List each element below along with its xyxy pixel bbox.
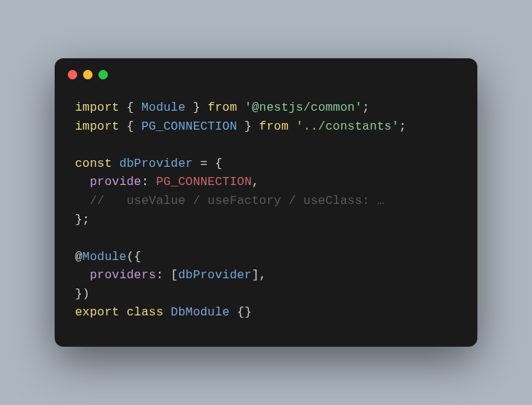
code-token: // useValue / useFactory / useClass: … [90,194,384,208]
code-token [289,119,296,133]
code-token: ; [362,101,369,114]
code-token: import [75,101,120,114]
code-token [75,268,90,282]
code-token: ; [399,119,407,133]
code-token: } [237,119,259,133]
code-token: '../constants' [296,119,399,133]
code-token: '@nestjs/common' [244,101,362,114]
code-token: = { [193,157,222,170]
code-token: DbModule [171,305,230,319]
code-line: const dbProvider = { [75,154,457,173]
window-titlebar [55,58,477,85]
code-token: , [251,175,259,189]
code-line: @Module({ [75,248,457,267]
code-token: ], [251,268,266,282]
code-line: }; [75,211,457,229]
code-token: import [75,119,120,133]
code-token: : [141,175,156,189]
code-token: PG_CONNECTION [156,175,251,189]
code-token: class [127,305,164,319]
code-line: // useValue / useFactory / useClass: … [75,192,457,211]
code-token: from [259,119,289,133]
code-token: { [120,101,141,114]
code-token [75,194,90,208]
code-token: {} [230,305,251,319]
code-line [75,229,457,248]
code-token [75,175,90,189]
code-token: { [120,119,141,133]
code-line: import { Module } from '@nestjs/common'; [75,98,457,117]
code-token: }) [75,287,90,301]
code-token: from [208,101,237,114]
code-line: provide: PG_CONNECTION, [75,173,457,192]
code-token: dbProvider [120,157,193,170]
code-line [75,135,457,154]
maximize-icon[interactable] [98,70,108,79]
code-token: providers [90,268,156,282]
code-line: }) [75,285,457,304]
code-token: } [186,101,208,114]
code-token: : [ [156,268,178,282]
code-window: import { Module } from '@nestjs/common';… [55,58,477,347]
code-block: import { Module } from '@nestjs/common';… [55,85,477,347]
close-icon[interactable] [68,70,77,79]
minimize-icon[interactable] [83,70,93,79]
code-token: provide [90,175,141,189]
code-line: providers: [dbProvider], [75,266,457,285]
code-token: PG_CONNECTION [141,119,237,133]
code-line: import { PG_CONNECTION } from '../consta… [75,117,457,136]
code-token: }; [75,213,90,227]
code-token: ({ [127,250,141,264]
code-token: dbProvider [178,268,251,282]
code-token: export [75,305,120,319]
code-token: const [75,157,112,170]
code-token [112,157,120,170]
code-token [120,305,127,319]
code-line: export class DbModule {} [75,303,457,322]
code-token [163,305,171,319]
code-token [237,101,244,114]
code-token: Module [82,250,127,264]
code-token: @ [75,250,82,264]
code-token: Module [141,101,186,114]
